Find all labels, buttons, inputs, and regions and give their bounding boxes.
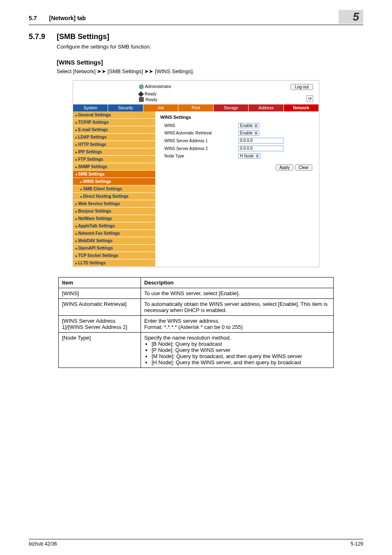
field-label: WINS <box>160 123 238 128</box>
sidebar-item[interactable]: TCP/IP Settings <box>73 119 155 126</box>
chevron-down-icon: v <box>256 154 259 158</box>
ready-label-2: Ready <box>145 97 157 102</box>
tab-address[interactable]: Address <box>249 104 284 111</box>
sidebar-item[interactable]: Web Service Settings <box>73 200 155 208</box>
th-item: Item <box>59 278 141 288</box>
sidebar-item[interactable]: LLTD Settings <box>73 259 155 267</box>
cell-item: [WINS Server Address 1]/[WINS Server Add… <box>59 316 141 333</box>
nav-path: Select [Network] ➤➤ [SMB Settings] ➤➤ [W… <box>57 68 363 74</box>
cell-item: [Node Type] <box>59 333 141 368</box>
bullet: [B Node]: Query by broadcast <box>152 341 330 347</box>
sidebar-item[interactable]: HTTP Settings <box>73 141 155 148</box>
desc-lead: Specify the name resolution method. <box>144 335 330 341</box>
sidebar-item[interactable]: WebDAV Settings <box>73 237 155 245</box>
status-icon <box>138 91 144 97</box>
sidebar-item[interactable]: TCP Socket Settings <box>73 252 155 259</box>
bullet: [P Node]: Query the WINS server <box>152 347 330 353</box>
tab-network[interactable]: Network <box>284 104 319 111</box>
sidebar-item[interactable]: General Settings <box>73 111 155 119</box>
section-title: [SMB Settings] <box>57 32 109 41</box>
refresh-button[interactable]: ⟳ <box>307 95 313 102</box>
chevron-down-icon: v <box>254 131 258 135</box>
section-number: 5.7.9 <box>29 32 57 41</box>
header-tab-name: [Network] tab <box>49 15 339 21</box>
tab-security[interactable]: Security <box>108 104 143 111</box>
sidebar-item[interactable]: IPP Settings <box>73 148 155 156</box>
ready-label-1: Ready <box>145 92 157 96</box>
settings-panel: WINS Settings WINS Enablev WINS Automati… <box>155 111 319 267</box>
node-type-select[interactable]: H Nodev <box>238 153 261 159</box>
cell-desc: To automatically obtain the WINS server … <box>141 299 334 316</box>
top-tabbar: System Security Job Print Storage Addres… <box>73 104 319 111</box>
subsection-heading: [WINS Settings] <box>57 59 363 66</box>
page-footer: bizhub 42/36 5-129 <box>29 539 363 547</box>
tab-job[interactable]: Job <box>143 104 178 111</box>
field-label: WINS Server Address 2 <box>160 146 238 151</box>
logout-button[interactable]: Log out <box>291 84 313 90</box>
header-section-number: 5.7 <box>29 15 37 21</box>
sidebar-item[interactable]: Network Fax Settings <box>73 230 155 237</box>
[interactable]: Apply <box>276 164 293 171</box>
sidebar-subitem[interactable]: Direct Hosting Settings <box>73 193 155 200</box>
cell-item: [WINS] <box>59 288 141 299</box>
section-intro: Configure the settings for SMB function. <box>57 44 363 50</box>
sidebar-item[interactable]: NetWare Settings <box>73 215 155 222</box>
sidebar-subitem-wins[interactable]: WINS Settings <box>73 178 155 185</box>
sidebar-item[interactable]: SNMP Settings <box>73 163 155 171</box>
screenshot: Administrator Ready Ready Log out ⟳ Syst… <box>73 80 319 267</box>
field-label: Node Type <box>160 154 238 158</box>
description-table: Item Description [WINS] To use the WINS … <box>58 277 334 368</box>
sidebar-item[interactable]: FTP Settings <box>73 156 155 163</box>
sidebar-item[interactable]: AppleTalk Settings <box>73 222 155 230</box>
bullet: [M Node]: Query by broadcast, and then q… <box>152 353 330 359</box>
field-label: WINS Automatic Retrieval <box>160 131 238 135</box>
running-header: 5.7 [Network] tab 5 <box>29 12 363 25</box>
cell-item: [WINS Automatic Retrieval] <box>59 299 141 316</box>
footer-left: bizhub 42/36 <box>29 541 57 547</box>
wins-select[interactable]: Enablev <box>238 123 259 128</box>
auto-retrieval-select[interactable]: Enablev <box>238 130 259 136</box>
tab-storage[interactable]: Storage <box>214 104 249 111</box>
bullet: [H Node]: Query the WINS server, and the… <box>152 359 330 365</box>
sidebar-item[interactable]: E-mail Settings <box>73 126 155 134</box>
section-heading: 5.7.9[SMB Settings] <box>29 32 363 41</box>
printer-icon <box>139 97 144 102</box>
globe-icon <box>139 84 144 89</box>
sidebar-item[interactable]: OpenAPI Settings <box>73 245 155 252</box>
chapter-badge: 5 <box>339 10 363 24</box>
clear-button[interactable]: Clear <box>295 164 312 171</box>
footer-right: 5-129 <box>350 541 363 547</box>
cell-desc: Specify the name resolution method. [B N… <box>141 333 334 368</box>
cell-desc: To use the WINS server, select [Enable]. <box>141 288 334 299</box>
sidebar-subitem[interactable]: SMB Client Settings <box>73 185 155 193</box>
wins-address-2-input[interactable]: 0.0.0.0 <box>238 146 284 151</box>
sidebar-item[interactable]: Bonjour Settings <box>73 208 155 215</box>
admin-label: Administrator <box>139 84 315 89</box>
th-desc: Description <box>141 278 334 288</box>
settings-sidebar: General Settings TCP/IP Settings E-mail … <box>73 111 155 267</box>
chevron-down-icon: v <box>254 124 258 127</box>
cell-desc: Enter the WINS server address. Format: *… <box>141 316 334 333</box>
sidebar-item[interactable]: LDAP Settings <box>73 134 155 141</box>
panel-title: WINS Settings <box>160 115 314 120</box>
wins-address-1-input[interactable]: 0.0.0.0 <box>238 138 284 143</box>
field-label: WINS Server Address 1 <box>160 139 238 143</box>
sidebar-item-smb[interactable]: SMB Settings <box>73 171 155 178</box>
tab-print[interactable]: Print <box>178 104 213 111</box>
tab-system[interactable]: System <box>73 104 108 111</box>
